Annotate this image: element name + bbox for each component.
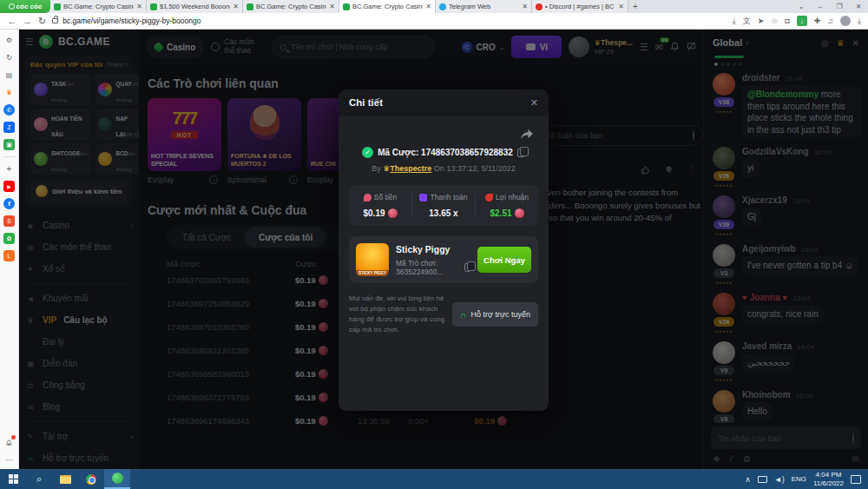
copy-game-id-icon[interactable] — [464, 263, 470, 272]
tab-search-icon[interactable]: ⌄ — [792, 0, 811, 13]
coccoc-taskbar-icon[interactable] — [104, 469, 130, 489]
settings-gear-icon[interactable] — [3, 35, 15, 46]
screen: cốc cốc BC.Game: Crypto Casino Gan✕ $1,5… — [0, 0, 868, 489]
back-button[interactable]: ← — [7, 16, 16, 26]
newsfeed-icon[interactable] — [3, 69, 15, 81]
volume-icon[interactable]: ◄) — [774, 475, 785, 484]
history-icon[interactable] — [3, 52, 15, 63]
share-bet-icon[interactable] — [521, 129, 533, 140]
verified-check-icon: ✓ — [362, 147, 373, 158]
windows-taskbar: ⌕ ∧ ◄) ENG 4:04 PM11/6/2022 — [0, 469, 868, 489]
close-tab-icon[interactable]: ✕ — [329, 3, 335, 10]
bcgame-favicon — [247, 3, 253, 10]
adblock-shield-icon[interactable]: ◘ — [785, 17, 789, 25]
bcgame-favicon — [150, 3, 157, 10]
maximize-button[interactable]: ❐ — [830, 0, 849, 13]
stat-profit: Lợi nhuận $2.51 — [475, 193, 538, 218]
zalo-icon[interactable] — [3, 122, 15, 133]
share-icon[interactable]: ➤ — [758, 17, 765, 25]
profile-avatar-icon[interactable] — [840, 16, 851, 26]
tab-discord[interactable]: • Discord | #games | BC G✕ — [532, 0, 628, 13]
youtube-icon[interactable] — [3, 181, 15, 192]
language-indicator[interactable]: ENG — [792, 475, 806, 483]
divider — [3, 156, 16, 157]
taskbar-search-icon[interactable]: ⌕ — [26, 469, 52, 489]
minimize-button[interactable]: – — [811, 0, 830, 13]
notification-bell-icon[interactable] — [3, 437, 15, 448]
bet-username[interactable]: Thespectre — [390, 164, 431, 173]
add-shortcut-icon[interactable] — [3, 163, 15, 175]
close-tab-icon[interactable]: ✕ — [618, 3, 624, 10]
hot-deals-crown-icon[interactable] — [3, 87, 15, 98]
headset-icon: ∩ — [460, 310, 466, 320]
close-tab-icon[interactable]: ✕ — [136, 3, 142, 10]
play-now-button[interactable]: Chơi Ngay — [477, 247, 531, 273]
coccoc-menu-button[interactable]: cốc cốc — [0, 0, 50, 13]
bet-details-modal: Chi tiết ✕ ✓ Mã Cược: 174863703865792883… — [339, 89, 549, 411]
close-tab-icon[interactable]: ✕ — [233, 3, 239, 10]
action-center-icon[interactable] — [851, 475, 861, 484]
support-note: Mọi vấn đề, xin vui lòng liên hệ với bộ … — [349, 294, 445, 335]
media-icon[interactable]: ♫ — [827, 17, 833, 25]
bet-id-text: Mã Cược: 1748637038657928832 — [378, 148, 513, 157]
notification-dot — [11, 435, 16, 439]
modal-header: Chi tiết ✕ — [339, 89, 549, 116]
telegram-favicon — [439, 3, 446, 10]
translate-icon[interactable]: 文 — [743, 16, 751, 27]
token-gem-icon — [515, 208, 524, 218]
coccoc-sidebar — [0, 30, 19, 469]
close-window-button[interactable]: ✕ — [849, 0, 868, 13]
game-info-card: STICKY PIGGY Sticky Piggy Mã Trò chơi: 3… — [349, 236, 538, 283]
save-page-icon[interactable]: ⤓ — [733, 17, 736, 26]
browser-navbar: ← → ↻ bc.game/vi/game/sticky-piggy-by-bo… — [0, 13, 868, 30]
new-tab-button[interactable]: + — [628, 0, 642, 13]
file-explorer-icon[interactable] — [52, 469, 78, 489]
bookmark-star-icon[interactable]: ☆ — [771, 17, 778, 25]
messenger-icon[interactable] — [3, 104, 15, 116]
game-id-text: Mã Trò chơi: 3635224900... — [396, 259, 461, 276]
url-text: bc.game/vi/game/sticky-piggy-by-booongo — [62, 17, 201, 25]
shopee-icon[interactable] — [3, 215, 15, 227]
copy-bet-id-icon[interactable] — [517, 149, 525, 157]
tab-bcgame-2[interactable]: BC.Game: Crypto Casino Gan✕ — [243, 0, 339, 13]
profit-icon — [485, 194, 493, 202]
tab-bcgame-active[interactable]: BC.Game: Crypto Casino Gan✕ — [339, 0, 436, 13]
close-tab-icon[interactable]: ✕ — [425, 3, 431, 10]
navbar-icons: ⤓ 文 ➤ ☆ ◘ ↓ ✚ ♫ ⤓ — [733, 16, 861, 27]
modal-close-icon[interactable]: ✕ — [530, 97, 538, 109]
facebook-icon[interactable] — [3, 198, 15, 209]
more-options-icon[interactable] — [3, 454, 15, 466]
bet-timestamp: 13:37:12, 5/11/2022 — [446, 164, 515, 173]
address-bar[interactable]: bc.game/vi/game/sticky-piggy-by-booongo — [52, 17, 521, 25]
tab-bcgame-1[interactable]: BC.Game: Crypto Casino Gan✕ — [50, 0, 147, 13]
network-icon[interactable] — [758, 476, 767, 483]
bet-stats: Số tiền $0.19 Thanh toán 13.65 x Lợi nhu… — [349, 185, 538, 226]
token-gem-icon — [388, 208, 398, 218]
clock[interactable]: 4:04 PM11/6/2022 — [813, 471, 844, 488]
bcgame-favicon — [54, 3, 61, 10]
close-tab-icon[interactable]: ✕ — [522, 3, 528, 10]
tab-telegram[interactable]: Telegram Web✕ — [436, 0, 532, 13]
reload-button[interactable]: ↻ — [38, 16, 46, 27]
payout-icon — [419, 194, 427, 202]
live-support-button[interactable]: ∩Hỗ trợ trực tuyến — [452, 302, 538, 327]
forward-button[interactable]: → — [23, 16, 32, 26]
sticky-piggy-thumbnail[interactable]: STICKY PIGGY — [356, 243, 389, 276]
lazada-cart-icon[interactable] — [3, 250, 15, 261]
browser-tabstrip: cốc cốc BC.Game: Crypto Casino Gan✕ $1,5… — [0, 0, 868, 13]
lock-icon — [52, 18, 58, 23]
games-gamepad-icon[interactable] — [3, 139, 15, 150]
discord-favicon — [536, 3, 542, 10]
brand-label: cốc cốc — [16, 3, 43, 10]
game-title: Sticky Piggy — [396, 244, 470, 254]
system-tray: ∧ ◄) ENG 4:04 PM11/6/2022 — [745, 471, 868, 488]
stat-amount: Số tiền $0.19 — [349, 193, 411, 218]
store-icon[interactable] — [3, 233, 15, 244]
download-manager-icon[interactable]: ↓ — [797, 16, 807, 26]
start-button[interactable] — [0, 469, 26, 489]
extension-icon[interactable]: ✚ — [814, 17, 821, 25]
tab-booongo-promo[interactable]: $1,500 Weekend Booongo M✕ — [147, 0, 243, 13]
hidden-icons-chevron[interactable]: ∧ — [745, 475, 751, 484]
chrome-taskbar-icon[interactable] — [78, 469, 104, 489]
downloads-tray-icon[interactable]: ⤓ — [858, 17, 861, 26]
